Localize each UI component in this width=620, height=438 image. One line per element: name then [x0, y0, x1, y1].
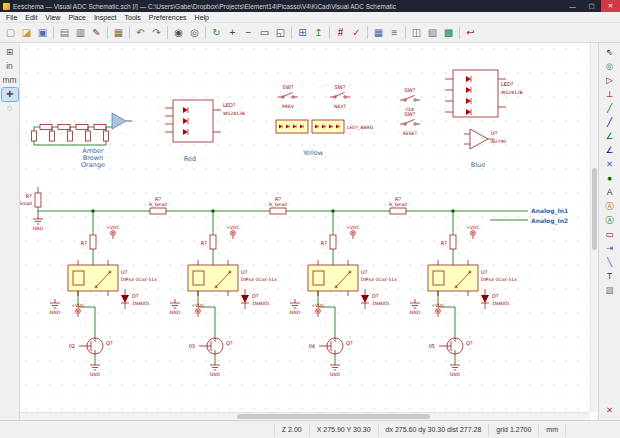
toolbar-separator	[459, 26, 460, 39]
toolbar-annotate-icon[interactable]: #	[333, 25, 348, 41]
vertical-scroll-thumb[interactable]	[592, 168, 597, 249]
yellow-section[interactable]: SW? PREV SW? NEXT LED?_BARG	[276, 84, 420, 157]
switch-next-label: NEXT	[334, 104, 346, 109]
toolbar-bom-icon[interactable]: ≡	[387, 25, 402, 41]
bus-resistor-2[interactable]	[269, 196, 287, 215]
toolbar-redo-icon[interactable]: ↷	[149, 25, 164, 41]
tool-junction-icon[interactable]: ●	[602, 172, 618, 185]
tool-units-inch-icon[interactable]: in	[2, 60, 18, 73]
toolbar-paste-icon[interactable]: ▦	[111, 25, 126, 41]
blue-opamp[interactable]	[470, 129, 488, 149]
tool-graphic-line-icon[interactable]: ╲	[602, 256, 618, 269]
horizontal-scroll-thumb[interactable]	[237, 414, 431, 419]
switch-reset[interactable]	[400, 119, 420, 125]
toolbar-assign-footprints-icon[interactable]: ◫	[409, 25, 424, 41]
relay-driver-block-1[interactable]	[50, 209, 157, 377]
tool-import-sheet-pin-icon[interactable]: ⇥	[602, 242, 618, 255]
relay-driver-block-4[interactable]	[410, 209, 517, 377]
toolbar-plot-icon[interactable]: ✎	[89, 25, 104, 41]
schematic-drawing: GND +VDC	[20, 43, 598, 420]
tool-net-label-icon[interactable]: A	[602, 186, 618, 199]
analog-bus[interactable]: Analog_In1 Analog_In2 R? R_Small	[20, 187, 568, 231]
toolbar-zoom-selection-icon[interactable]: ◱	[273, 25, 288, 41]
tool-no-connect-icon[interactable]: ✕	[602, 158, 618, 171]
menu-file[interactable]: File	[2, 14, 21, 21]
menu-edit[interactable]: Edit	[21, 14, 41, 21]
menu-preferences[interactable]: Preferences	[145, 14, 191, 21]
tool-bus-to-bus-entry-icon[interactable]: ∠	[602, 144, 618, 157]
bus-resistor-1[interactable]	[149, 196, 167, 215]
toolbar-zoom-fit-icon[interactable]: ▭	[257, 25, 272, 41]
net-label-analog-in1[interactable]: Analog_In1	[531, 207, 568, 215]
tool-select-cursor-icon[interactable]: ⇖	[602, 46, 618, 59]
maximize-button[interactable]: ▢	[582, 0, 601, 12]
tool-graphic-text-icon[interactable]: T	[602, 270, 618, 283]
toolbar-new-schematic-icon[interactable]: ▢	[3, 25, 18, 41]
minimize-button[interactable]: —	[563, 0, 582, 12]
menu-help[interactable]: Help	[191, 14, 213, 21]
close-button[interactable]: ✕	[601, 0, 620, 12]
toolbar-hierarchy-navigator-icon[interactable]: ⊞	[295, 25, 310, 41]
toolbar-find-replace-icon[interactable]: ◎	[187, 25, 202, 41]
toolbar-separator	[405, 26, 406, 39]
switch-reset-label: RESET	[403, 131, 418, 136]
toolbar-open-schematic-icon[interactable]: ◪	[19, 25, 34, 41]
toolbar-find-icon[interactable]: ◉	[171, 25, 186, 41]
tool-hierarchical-sheet-icon[interactable]: ▭	[602, 228, 618, 241]
toolbar-page-settings-icon[interactable]: ▤	[57, 25, 72, 41]
tool-place-wire-icon[interactable]: ╱	[602, 102, 618, 115]
net-label-analog-in2[interactable]: Analog_In2	[531, 217, 568, 225]
tool-toggle-grid-icon[interactable]: ⊞	[2, 46, 18, 59]
toolbar-back-annotate-icon[interactable]: ↩	[463, 25, 478, 41]
menu-tools[interactable]: Tools	[120, 14, 144, 21]
toolbar-run-pcbnew-icon[interactable]: ▩	[441, 25, 456, 41]
toolbar-erc-icon[interactable]: ✓	[349, 25, 364, 41]
menu-place[interactable]: Place	[64, 14, 90, 21]
toolbar-undo-icon[interactable]: ↶	[133, 25, 148, 41]
schematic-canvas[interactable]: GND +VDC	[20, 43, 598, 420]
tool-cursor-shape-icon[interactable]: ✚	[2, 88, 18, 101]
blue-label: Blue	[471, 161, 485, 169]
driver-num-2: 03	[189, 343, 195, 349]
vertical-scrollbar[interactable]	[590, 43, 598, 412]
tool-units-mm-icon[interactable]: mm	[2, 74, 18, 87]
tool-place-bus-icon[interactable]: ╱	[602, 116, 618, 129]
toolbar-zoom-out-icon[interactable]: −	[241, 25, 256, 41]
switch-next[interactable]	[330, 92, 350, 98]
toolbar-print-icon[interactable]: ▥	[73, 25, 88, 41]
relay-driver-block-2[interactable]	[170, 209, 277, 377]
toolbar-separator	[129, 26, 130, 39]
toolbar-leave-sheet-icon[interactable]: ↥	[311, 25, 326, 41]
tool-delete-icon[interactable]: ✕	[602, 404, 618, 417]
horizontal-scrollbar[interactable]	[20, 412, 590, 420]
driver-num-1: 02	[69, 343, 75, 349]
menu-inspect[interactable]: Inspect	[90, 14, 121, 21]
tool-highlight-net-icon[interactable]: ◎	[602, 60, 618, 73]
tool-wire-to-bus-entry-icon[interactable]: ∠	[602, 130, 618, 143]
status-grid: grid 1.2700	[488, 424, 538, 436]
bus-resistor-3[interactable]	[389, 196, 407, 215]
menu-view[interactable]: View	[41, 14, 64, 21]
blue-array-ref: LED?	[501, 81, 514, 87]
toolbar-save-icon[interactable]: ▣	[35, 25, 50, 41]
switch-clk[interactable]	[400, 95, 420, 101]
amber-ladder-circuit[interactable]: Amber Brown Orange	[32, 113, 133, 169]
tool-place-symbol-icon[interactable]: ▷	[602, 74, 618, 87]
relay-driver-block-3[interactable]	[290, 209, 397, 377]
tool-place-image-icon[interactable]: ▨	[602, 284, 618, 297]
blue-led-array[interactable]: LED? WS2812B U? AD790 Blue	[445, 70, 523, 169]
opamp-value: AD790	[491, 139, 506, 144]
toolbar-edit-symbol-fields-icon[interactable]: ▦	[371, 25, 386, 41]
toolbar-zoom-in-icon[interactable]: +	[225, 25, 240, 41]
tool-hierarchical-label-icon[interactable]: Ⓐ	[602, 214, 618, 227]
red-led-array[interactable]: LED? WS2812B Red	[165, 100, 245, 163]
switch-prev[interactable]	[278, 92, 298, 98]
amber-opamp[interactable]	[112, 113, 126, 129]
red-label: Red	[184, 155, 196, 163]
toolbar-refresh-icon[interactable]: ↻	[209, 25, 224, 41]
tool-place-power-icon[interactable]: ⊥	[602, 88, 618, 101]
tool-global-label-icon[interactable]: Ⓐ	[602, 200, 618, 213]
top-toolbar: ▢ ◪ ▣ ▤ ▥ ✎ ▦ ↶ ↷ ◉ ◎ ↻ + − ▭ ◱ ⊞ ↥ # ✓ …	[0, 23, 620, 43]
tool-hidden-pins-icon[interactable]: ◌	[2, 102, 18, 115]
toolbar-generate-netlist-icon[interactable]: ▧	[425, 25, 440, 41]
